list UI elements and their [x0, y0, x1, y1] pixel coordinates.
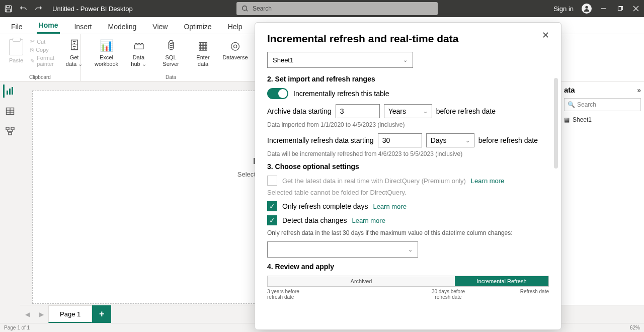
detect-changes-checkbox[interactable]: ✓: [267, 215, 277, 225]
svg-rect-8: [12, 87, 13, 95]
realtime-checkbox: [267, 176, 277, 186]
tl-label-right: Refresh date: [509, 289, 549, 300]
tl-label-mid: 30 days beforerefresh date: [388, 289, 509, 300]
refresh-timeline: Archived Incremental Refresh 3 years bef…: [267, 276, 549, 300]
realtime-label: Get the latest data in real time with Di…: [282, 177, 466, 185]
svg-rect-10: [6, 127, 9, 130]
svg-rect-11: [11, 127, 14, 130]
sign-in-link[interactable]: Sign in: [553, 5, 574, 13]
archive-suffix: before refresh date: [436, 107, 496, 115]
archive-hint: Data imported from 1/1/2020 to 4/5/2023 …: [267, 121, 549, 128]
svg-rect-12: [9, 132, 12, 135]
chevron-down-icon: ⌄: [408, 246, 413, 253]
undo-icon[interactable]: [19, 5, 27, 13]
menu-optimize[interactable]: Optimize: [182, 20, 213, 34]
svg-rect-7: [9, 89, 11, 95]
titlebar: Untitled - Power BI Desktop Search Sign …: [0, 0, 644, 17]
menu-insert[interactable]: Insert: [72, 20, 94, 34]
incremental-number-input[interactable]: [378, 133, 422, 147]
detect-changes-label: Detect data changes: [282, 216, 347, 224]
incremental-label: Incrementally refresh data starting: [267, 136, 374, 144]
timeline-incremental: Incremental Refresh: [455, 276, 548, 286]
table-select[interactable]: Sheet1⌄: [267, 52, 413, 68]
learn-more-link-2[interactable]: Learn more: [373, 203, 406, 210]
add-page-button[interactable]: +: [92, 305, 111, 323]
minimize-icon[interactable]: [600, 5, 608, 13]
save-icon[interactable]: [4, 5, 12, 13]
menu-file[interactable]: File: [9, 20, 25, 34]
section-4-heading: 4. Review and apply: [267, 263, 549, 271]
dialog-title: Incremental refresh and real-time data: [267, 33, 549, 45]
dialog-scrollbar[interactable]: [554, 78, 558, 169]
avatar-icon[interactable]: [582, 4, 592, 14]
page-prev-button[interactable]: ◀: [20, 305, 34, 323]
toggle-label: Incrementally refresh this table: [293, 90, 389, 98]
search-box[interactable]: Search: [236, 2, 438, 15]
svg-point-3: [243, 6, 247, 11]
data-pane-title: ata: [564, 86, 575, 94]
complete-days-label: Only refresh complete days: [282, 202, 368, 210]
table-view-icon[interactable]: [4, 105, 17, 118]
svg-point-4: [585, 6, 588, 9]
close-icon[interactable]: [632, 5, 640, 13]
data-search-input[interactable]: 🔍 Search: [564, 98, 641, 111]
copy-button: ⎘ Copy: [30, 47, 72, 53]
incremental-suffix: before refresh date: [478, 136, 538, 144]
page-tab-1[interactable]: Page 1: [48, 305, 92, 323]
format-painter-button: ✎ Format painter: [30, 55, 72, 67]
learn-more-link-1[interactable]: Learn more: [471, 177, 504, 185]
section-3-heading: 3. Choose optional settings: [267, 162, 549, 171]
section-2-heading: 2. Set import and refresh ranges: [267, 75, 549, 83]
excel-workbook-button[interactable]: 📊Excelworkbook: [93, 37, 121, 67]
detect-column-select[interactable]: ⌄: [267, 241, 418, 258]
window-title: Untitled - Power BI Desktop: [52, 5, 133, 13]
table-icon: ▦: [564, 116, 570, 123]
cut-button: ✂ Cut: [30, 38, 72, 45]
incremental-unit-select[interactable]: Days⌄: [426, 133, 474, 147]
timeline-archived: Archived: [268, 276, 455, 286]
chevron-down-icon: ⌄: [403, 57, 408, 63]
left-rail: [0, 81, 20, 323]
page-next-button[interactable]: ▶: [34, 305, 48, 323]
incremental-toggle[interactable]: [267, 88, 288, 99]
status-zoom: 62%: [630, 325, 640, 330]
report-view-icon[interactable]: [3, 85, 16, 98]
incremental-hint: Data will be incrementally refreshed fro…: [267, 150, 549, 157]
menu-home[interactable]: Home: [37, 18, 60, 34]
svg-rect-2: [6, 9, 10, 12]
menu-modeling[interactable]: Modeling: [106, 20, 138, 34]
detect-changes-hint: Only refresh data in the last 30 days if…: [267, 229, 549, 236]
status-page-count: Page 1 of 1: [4, 325, 30, 330]
complete-days-checkbox[interactable]: ✓: [267, 201, 277, 211]
group-clipboard-label: Clipboard: [29, 74, 51, 80]
redo-icon[interactable]: [34, 5, 42, 13]
search-placeholder: Search: [253, 5, 272, 12]
paste-button: Paste: [5, 37, 27, 68]
svg-rect-6: [7, 91, 8, 95]
dialog-close-button[interactable]: ✕: [542, 30, 554, 42]
svg-rect-5: [618, 7, 622, 11]
archive-label: Archive data starting: [267, 107, 332, 115]
table-item-sheet1[interactable]: ▦Sheet1: [564, 115, 641, 124]
expand-icon[interactable]: »: [637, 86, 641, 94]
sql-server-button[interactable]: 🛢SQLServer: [157, 37, 185, 67]
dataverse-button[interactable]: ◎Dataverse: [221, 37, 250, 61]
tl-label-left: 3 years beforerefresh date: [267, 289, 388, 300]
incremental-refresh-dialog: ✕ Incremental refresh and real-time data…: [255, 22, 561, 330]
data-hub-button[interactable]: 🗃Datahub ⌄: [125, 37, 153, 67]
group-data-label: Data: [166, 74, 176, 80]
model-view-icon[interactable]: [4, 125, 17, 138]
learn-more-link-3[interactable]: Learn more: [352, 217, 385, 224]
svg-rect-1: [6, 6, 9, 8]
menu-view[interactable]: View: [150, 20, 170, 34]
enter-data-button[interactable]: ▦Enterdata: [189, 37, 217, 67]
data-pane: ata» 🔍 Search ▦Sheet1: [560, 81, 644, 323]
restore-icon[interactable]: [616, 5, 624, 13]
archive-number-input[interactable]: [336, 104, 380, 118]
archive-unit-select[interactable]: Years⌄: [384, 104, 432, 118]
menu-help[interactable]: Help: [226, 20, 245, 34]
realtime-hint: Selected table cannot be folded for Dire…: [267, 189, 549, 196]
